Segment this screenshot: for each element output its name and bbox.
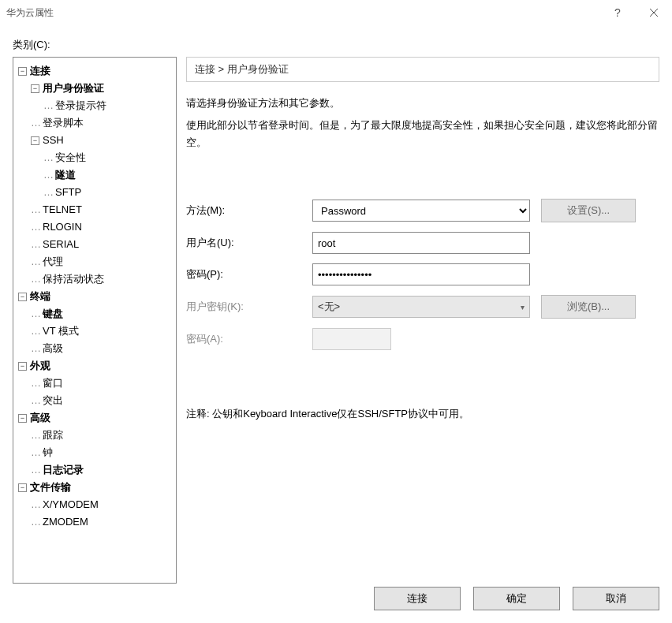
- tree-item-trace[interactable]: 跟踪: [17, 427, 173, 444]
- collapse-icon[interactable]: −: [18, 293, 27, 301]
- properties-dialog: 华为云属性 ? 类别(C): −连接 −用户身份验证 登录提示符 登录脚本 −S…: [0, 0, 672, 623]
- tree-item-terminal[interactable]: −终端: [17, 288, 173, 305]
- tree-item-login-prompt[interactable]: 登录提示符: [17, 97, 173, 114]
- tree-item-advanced-term[interactable]: 高级: [17, 340, 173, 357]
- tree-item-sftp[interactable]: SFTP: [17, 184, 173, 201]
- username-input[interactable]: [312, 232, 530, 254]
- breadcrumb: 连接 > 用户身份验证: [186, 57, 659, 82]
- main-panel: 连接 > 用户身份验证 请选择身份验证方法和其它参数。 使用此部分以节省登录时间…: [186, 57, 659, 574]
- tree-item-advanced[interactable]: −高级: [17, 409, 173, 427]
- footer: 连接 确定 取消: [13, 574, 659, 623]
- ok-button[interactable]: 确定: [473, 587, 560, 610]
- userkey-label: 用户密钥(K):: [186, 300, 312, 314]
- method-label: 方法(M):: [186, 203, 312, 218]
- description-text: 使用此部分以节省登录时间。但是，为了最大限度地提高安全性，如果担心安全问题，建议…: [186, 117, 659, 151]
- intro-text: 请选择身份验证方法和其它参数。: [186, 95, 659, 112]
- tree-item-xymodem[interactable]: X/YMODEM: [17, 496, 173, 513]
- tree-item-ssh[interactable]: −SSH: [17, 132, 173, 149]
- collapse-icon[interactable]: −: [31, 84, 39, 93]
- collapse-icon[interactable]: −: [18, 362, 27, 371]
- row-userkey: 用户密钥(K): <无> ▾ 浏览(B)...: [186, 295, 659, 319]
- row-username: 用户名(U):: [186, 232, 659, 254]
- passphrase-input: [312, 328, 391, 350]
- tree-item-security[interactable]: 安全性: [17, 149, 173, 166]
- close-button[interactable]: [636, 0, 672, 25]
- tree-item-serial[interactable]: SERIAL: [17, 236, 173, 253]
- method-select[interactable]: Password: [312, 200, 530, 222]
- tree-item-zmodem[interactable]: ZMODEM: [17, 513, 173, 531]
- chevron-down-icon: ▾: [521, 303, 525, 312]
- category-tree[interactable]: −连接 −用户身份验证 登录提示符 登录脚本 −SSH 安全性 隧道 SFTP …: [13, 57, 177, 584]
- tree-item-logging[interactable]: 日志记录: [17, 461, 173, 479]
- tree-item-telnet[interactable]: TELNET: [17, 201, 173, 218]
- tree-item-highlight[interactable]: 突出: [17, 392, 173, 409]
- tree-item-appearance[interactable]: −外观: [17, 357, 173, 375]
- row-method: 方法(M): Password 设置(S)...: [186, 199, 659, 222]
- help-button[interactable]: ?: [599, 0, 636, 25]
- tree-item-vt-mode[interactable]: VT 模式: [17, 323, 173, 340]
- tree-item-bell[interactable]: 钟: [17, 444, 173, 461]
- tree-item-file-transfer[interactable]: −文件传输: [17, 479, 173, 496]
- tree-item-connection[interactable]: −连接: [17, 62, 173, 80]
- row-passphrase: 密码(A):: [186, 328, 659, 350]
- username-label: 用户名(U):: [186, 236, 312, 250]
- tree-item-proxy[interactable]: 代理: [17, 253, 173, 270]
- tree-item-window[interactable]: 窗口: [17, 375, 173, 392]
- passphrase-label: 密码(A):: [186, 332, 312, 346]
- collapse-icon[interactable]: −: [18, 414, 27, 423]
- password-label: 密码(P):: [186, 267, 312, 282]
- browse-button[interactable]: 浏览(B)...: [541, 295, 636, 319]
- tree-item-rlogin[interactable]: RLOGIN: [17, 218, 173, 236]
- tree-item-login-script[interactable]: 登录脚本: [17, 114, 173, 132]
- tree-item-keyboard[interactable]: 键盘: [17, 305, 173, 323]
- note-text: 注释: 公钥和Keyboard Interactive仅在SSH/SFTP协议中…: [186, 407, 659, 421]
- settings-button[interactable]: 设置(S)...: [541, 199, 636, 222]
- window-title: 华为云属性: [6, 6, 54, 20]
- cancel-button[interactable]: 取消: [573, 587, 659, 610]
- row-password: 密码(P):: [186, 263, 659, 285]
- collapse-icon[interactable]: −: [18, 483, 27, 492]
- tree-item-keepalive[interactable]: 保持活动状态: [17, 270, 173, 288]
- category-label: 类别(C):: [13, 38, 659, 52]
- titlebar: 华为云属性 ?: [0, 0, 672, 25]
- userkey-select: <无> ▾: [312, 296, 530, 318]
- collapse-icon[interactable]: −: [31, 136, 39, 145]
- password-input[interactable]: [312, 263, 530, 285]
- collapse-icon[interactable]: −: [18, 67, 27, 76]
- connect-button[interactable]: 连接: [374, 587, 461, 610]
- tree-item-tunnel[interactable]: 隧道: [17, 166, 173, 184]
- tree-item-user-auth[interactable]: −用户身份验证: [17, 80, 173, 97]
